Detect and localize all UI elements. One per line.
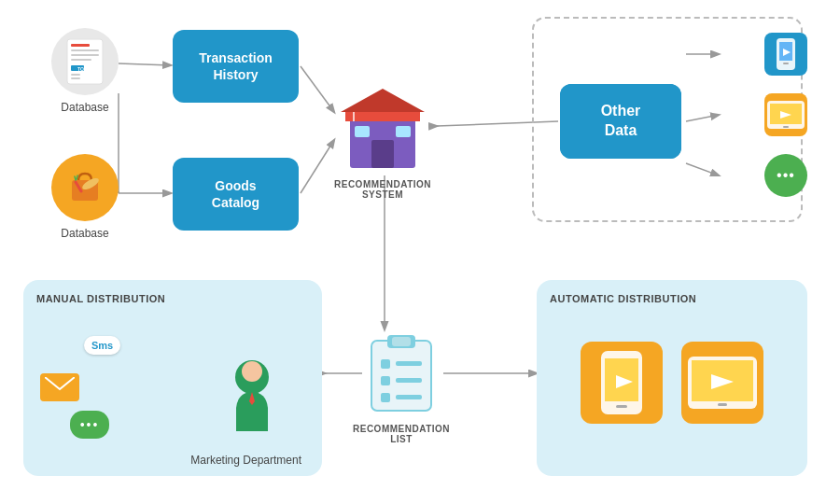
svg-rect-45 xyxy=(783,126,789,128)
database2-label: Database xyxy=(51,227,119,240)
database1-label: Database xyxy=(51,101,119,114)
diagram-container: TOTAL Database Database Transaction Hist… xyxy=(0,0,840,504)
dots-icon: ••• xyxy=(764,154,807,197)
svg-rect-37 xyxy=(355,112,411,121)
automatic-distribution-label: AUTOMATIC DISTRIBUTION xyxy=(550,293,794,304)
svg-rect-59 xyxy=(396,395,422,399)
auto-device-icons xyxy=(550,323,794,424)
email-icon xyxy=(40,373,79,401)
svg-rect-67 xyxy=(718,403,727,406)
svg-rect-54 xyxy=(381,359,390,369)
svg-rect-17 xyxy=(71,44,90,47)
automatic-distribution-box: AUTOMATIC DISTRIBUTION xyxy=(537,280,807,476)
recommendation-system-icon xyxy=(336,75,429,173)
manual-distribution-label: MANUAL DISTRIBUTION xyxy=(36,293,309,304)
svg-line-0 xyxy=(119,63,171,65)
sms-bubble: Sms xyxy=(84,336,120,355)
auto-phone-icon xyxy=(581,342,663,424)
marketing-department-label: Marketing Department xyxy=(190,454,301,467)
svg-rect-20 xyxy=(71,59,91,61)
svg-rect-19 xyxy=(71,54,99,56)
other-data-fill: OtherData xyxy=(560,84,681,159)
svg-rect-50 xyxy=(371,341,431,411)
svg-rect-24 xyxy=(71,77,80,79)
svg-rect-55 xyxy=(396,361,422,366)
svg-text:TOTAL: TOTAL xyxy=(77,66,92,72)
svg-rect-41 xyxy=(783,63,789,64)
svg-rect-56 xyxy=(381,376,390,385)
svg-line-3 xyxy=(301,66,334,112)
svg-rect-53 xyxy=(392,337,411,346)
svg-rect-18 xyxy=(71,49,99,51)
svg-rect-30 xyxy=(396,126,411,137)
recommendation-list-icon xyxy=(364,331,439,415)
database2-icon xyxy=(51,154,119,221)
transaction-history-box: Transaction History xyxy=(173,30,299,103)
svg-rect-23 xyxy=(71,74,80,76)
auto-tablet-icon xyxy=(681,342,763,424)
svg-rect-58 xyxy=(381,393,390,402)
svg-rect-63 xyxy=(616,405,627,408)
manual-distribution-box: MANUAL DISTRIBUTION Sms ••• xyxy=(23,280,322,476)
svg-rect-29 xyxy=(355,126,370,137)
recommendation-list-label: RECOMMENDATIONLIST xyxy=(345,424,457,444)
svg-rect-57 xyxy=(396,378,422,383)
recommendation-system-label: RECOMMENDATIONSYSTEM xyxy=(322,179,443,200)
phone-icon xyxy=(764,33,807,76)
chat-bubble-icon: ••• xyxy=(70,411,109,439)
tablet-icon xyxy=(764,93,807,136)
svg-marker-36 xyxy=(341,89,425,112)
goods-catalog-box: Goods Catalog xyxy=(173,158,299,231)
svg-rect-28 xyxy=(371,140,394,168)
marketing-person-icon xyxy=(219,357,285,435)
database1-icon: TOTAL xyxy=(51,28,119,95)
svg-point-48 xyxy=(242,361,262,382)
